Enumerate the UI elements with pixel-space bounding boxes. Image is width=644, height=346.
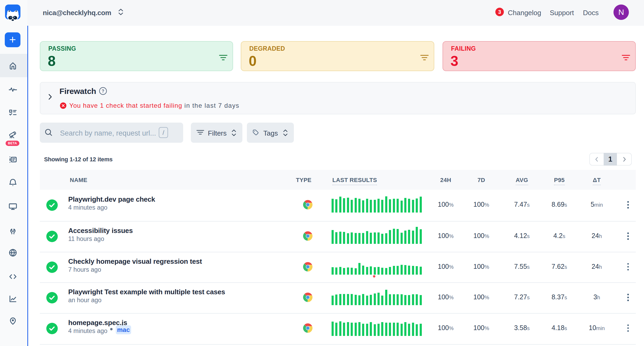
svg-text:?: ? — [102, 89, 104, 93]
